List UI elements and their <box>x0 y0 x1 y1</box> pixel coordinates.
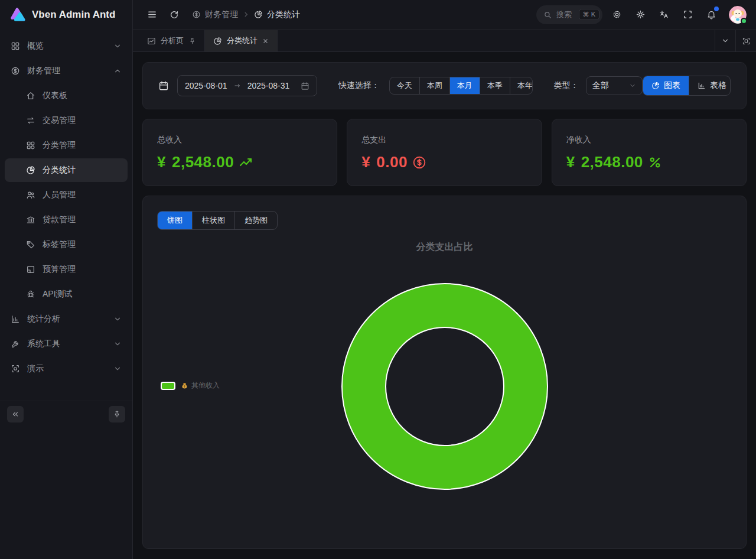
sidebar-item-finance[interactable]: 财务管理 <box>5 59 128 83</box>
legend-item-other-income[interactable]: 其他收入 <box>161 381 220 391</box>
preferences-button[interactable] <box>607 5 626 24</box>
stat-card-total-income: 总收入 ¥2,548.00 <box>142 119 337 186</box>
fullscreen-button[interactable] <box>678 5 697 24</box>
arrow-right-icon <box>233 82 242 90</box>
stat-value: ¥2,548.00 <box>566 153 732 171</box>
chart-tab-bar[interactable]: 柱状图 <box>192 212 234 229</box>
sidebar-item-label: 仪表板 <box>43 90 67 101</box>
fullscreen-icon <box>683 9 693 20</box>
sidebar-item-label: 分类统计 <box>43 165 76 176</box>
stat-value: ¥0.00 <box>361 153 527 171</box>
legend-swatch <box>161 382 175 390</box>
pie-chart-icon <box>213 37 222 46</box>
calendar-icon <box>158 80 169 91</box>
sidebar-item-dashboard[interactable]: 仪表板 <box>5 84 128 108</box>
content-maximize-button[interactable] <box>735 30 756 51</box>
chart-tab-pie[interactable]: 饼图 <box>158 212 192 229</box>
trend-up-icon <box>239 155 253 170</box>
global-search-button[interactable]: 搜索 ⌘ K <box>536 5 602 24</box>
swap-arrows-icon <box>26 116 35 125</box>
breadcrumb: 财务管理 分类统计 <box>192 9 300 20</box>
view-mode-chart-button[interactable]: 图表 <box>643 76 689 95</box>
app-title: Vben Admin Antd <box>32 9 115 21</box>
people-icon <box>26 190 35 200</box>
quick-option-year[interactable]: 本年 <box>510 77 533 94</box>
pie-chart-icon <box>254 10 263 19</box>
quick-option-month[interactable]: 本月 <box>449 77 480 94</box>
sidebar-item-category-stats[interactable]: 分类统计 <box>5 158 128 182</box>
sidebar-item-categories[interactable]: 分类管理 <box>5 134 128 157</box>
currency-symbol: ¥ <box>566 153 575 171</box>
header: 财务管理 分类统计 搜索 ⌘ K <box>133 0 756 30</box>
view-mode-table-button[interactable]: 表格 <box>689 76 731 95</box>
breadcrumb-label: 分类统计 <box>267 9 300 20</box>
chevron-up-icon <box>113 67 122 75</box>
quick-option-week[interactable]: 本周 <box>419 77 449 94</box>
tab-category-stats[interactable]: 分类统计 <box>205 30 278 51</box>
quick-option-quarter[interactable]: 本季 <box>480 77 510 94</box>
bar-chart-icon <box>11 314 20 324</box>
breadcrumb-item-category-stats[interactable]: 分类统计 <box>254 9 300 20</box>
sidebar-item-system-tools[interactable]: 系统工具 <box>5 332 128 356</box>
overview-grid-icon <box>11 41 20 51</box>
stat-cards: 总收入 ¥2,548.00 总支出 ¥0.00 净收入 ¥2,548.00 <box>142 119 747 186</box>
tab-label: 分析页 <box>161 35 184 46</box>
maximize-icon <box>742 37 751 46</box>
tabs-dropdown-button[interactable] <box>715 30 735 51</box>
type-label: 类型： <box>554 80 579 91</box>
user-menu[interactable] <box>725 6 747 24</box>
notification-badge <box>714 6 719 11</box>
translate-icon <box>659 9 669 20</box>
home-icon <box>26 91 35 100</box>
sidebar-pin-button[interactable] <box>109 406 125 422</box>
online-status-dot <box>741 18 747 24</box>
chart-title: 分类支出占比 <box>143 241 746 254</box>
sidebar-item-transactions[interactable]: 交易管理 <box>5 109 128 132</box>
sidebar-item-loans[interactable]: 贷款管理 <box>5 208 128 232</box>
sidebar-collapse-button[interactable] <box>7 406 24 422</box>
type-select[interactable]: 全部 <box>586 76 643 95</box>
pin-icon[interactable] <box>188 37 196 45</box>
percent-icon <box>648 155 662 170</box>
chart-tab-trend[interactable]: 趋势图 <box>234 212 277 229</box>
stat-amount: 0.00 <box>376 153 408 171</box>
breadcrumb-item-finance[interactable]: 财务管理 <box>192 9 238 20</box>
sidebar-item-label: 演示 <box>27 363 44 374</box>
quick-option-today[interactable]: 今天 <box>390 77 419 94</box>
app-logo[interactable]: Vben Admin Antd <box>0 0 132 30</box>
sidebar-toggle-button[interactable] <box>142 5 161 24</box>
sidebar-item-api-test[interactable]: API测试 <box>5 282 128 306</box>
gear-icon <box>612 9 622 20</box>
view-mode-label: 图表 <box>664 80 680 91</box>
sidebar-item-tags[interactable]: 标签管理 <box>5 233 128 256</box>
date-range-picker[interactable]: 2025-08-01 2025-08-31 <box>177 75 317 96</box>
sidebar-item-demo[interactable]: 演示 <box>5 357 128 381</box>
wrench-icon <box>11 339 20 349</box>
legend-text: 其他收入 <box>191 381 220 391</box>
language-switch-button[interactable] <box>654 5 673 24</box>
notifications-button[interactable] <box>702 5 721 24</box>
close-icon[interactable] <box>262 38 269 44</box>
sidebar-item-statistics[interactable]: 统计分析 <box>5 307 128 331</box>
quick-select-group: 今天 本周 本月 本季 本年 <box>389 77 533 95</box>
sidebar-item-members[interactable]: 人员管理 <box>5 183 128 207</box>
pie-chart-icon <box>26 165 35 175</box>
sidebar-item-label: 财务管理 <box>27 66 60 76</box>
vben-logo-icon <box>8 6 26 24</box>
currency-symbol: ¥ <box>157 153 166 171</box>
sidebar-item-overview[interactable]: 概览 <box>5 34 128 58</box>
tab-analytics[interactable]: 分析页 <box>139 30 205 51</box>
tabbar-controls <box>715 30 756 51</box>
sidebar-item-label: 标签管理 <box>43 239 76 250</box>
sidebar-menu: 概览 财务管理 仪表板 交易管理 <box>0 30 132 381</box>
sidebar-item-budget[interactable]: 预算管理 <box>5 258 128 281</box>
filter-bar: 2025-08-01 2025-08-31 快速选择： 今天 本周 本月 本季 … <box>142 62 747 109</box>
chevron-down-icon <box>113 340 122 348</box>
type-select-value: 全部 <box>592 80 609 91</box>
theme-toggle-button[interactable] <box>631 5 650 24</box>
chart-type-tabs: 饼图 柱状图 趋势图 <box>157 211 278 230</box>
breadcrumb-separator-icon <box>243 11 249 18</box>
refresh-button[interactable] <box>165 5 184 24</box>
chevron-down-icon <box>629 82 636 89</box>
dollar-circle-icon <box>412 155 426 170</box>
